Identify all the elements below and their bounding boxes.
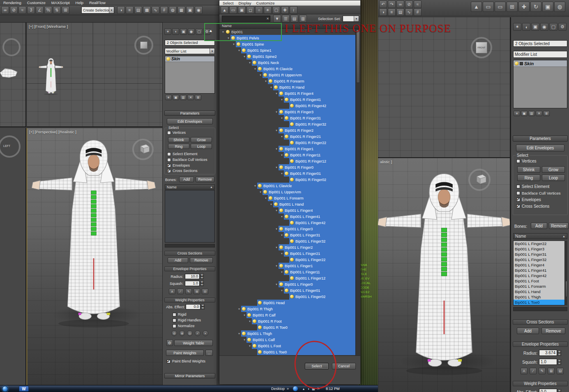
bone-tree-item[interactable]: ▼Bip001 L Finger3 [219,226,355,232]
add-cross-section-button[interactable]: Add [517,328,539,334]
bone-tree-item[interactable]: ▼Bip001 L Finger21 [219,250,355,257]
bake-weights-icon[interactable]: ✓ [195,330,200,336]
unlink-selection-icon[interactable]: ⊘ [405,0,413,8]
bone-tree-item[interactable]: ▼Bip001 L Foot [219,343,355,349]
falloff-icon[interactable]: ∕ [530,368,537,374]
expander-icon[interactable]: ▼ [280,234,284,236]
paste-icon[interactable]: ⊟ [202,289,208,294]
configure-sets-icon[interactable]: ≣ [195,95,201,100]
add-bones-button[interactable]: Add [179,177,194,182]
bone-tree-item[interactable]: ▼Bip001 R Finger31 [219,115,355,121]
viewport-front[interactable]: [+] [Front] [Wireframe ] [27,23,162,127]
tray-help-icon[interactable] [293,386,298,391]
bone-tree-item[interactable]: ▼Bip001 L Finger0 [219,281,355,287]
expander-icon[interactable]: ▼ [274,111,279,113]
spinner-arrows[interactable]: ▲▼ [557,389,561,392]
snap-toggle-3-icon[interactable]: 3 [27,6,35,14]
modifier-stack-item-skin[interactable]: Skin [514,60,567,67]
bone-list-item[interactable]: Bip001 L Finger31 [514,252,567,257]
expander-icon[interactable]: ▼ [280,172,284,175]
expander-icon[interactable]: ▼ [242,314,246,316]
bone-tree-item[interactable]: ▼Bip001 R Forearm [219,78,355,84]
expander-icon[interactable]: ▼ [274,129,279,132]
expander-icon[interactable]: ▼ [258,191,263,193]
bone-tree-item[interactable]: ▼Bip001 R Calf [219,312,355,318]
rollout-mirror-parameters[interactable]: Mirror Parameters [164,373,215,378]
bone-list-item[interactable]: Bip001 L Finger4 [514,262,567,268]
menu-item-select[interactable]: Select [223,1,233,5]
sort-ascending-icon[interactable]: ▲ [562,235,565,238]
mirror-icon[interactable]: ◑ [117,6,125,14]
window-crossing-icon[interactable]: ⊞ [507,2,518,12]
visibility-bulb-icon[interactable] [515,62,518,65]
expander-icon[interactable]: ▼ [237,49,241,52]
expander-icon[interactable]: ▼ [248,320,252,323]
bone-tree-item[interactable]: ▼Bip001 L Finger41 [219,213,355,220]
align-icon[interactable]: ≡ [388,8,396,16]
bone-tree-item[interactable]: ▼Bip001 L Calf [219,337,355,343]
filter-combinations-icon[interactable]: ▼ [273,15,281,23]
bone-tree-item[interactable]: ▼Bip001 L Clavicle [219,183,355,189]
schematic-view-icon[interactable]: # [160,6,168,14]
bone-tree-item[interactable]: ▼Bip001 R Finger01 [219,170,355,177]
bone-tree-item[interactable]: ▼Bip001 R Finger0 [219,164,355,170]
configure-sets-icon[interactable]: ≣ [543,111,550,116]
bone-tree-item[interactable]: ▼Bip001 R Finger41 [219,96,355,103]
character-model-front[interactable] [38,57,64,95]
bone-tree-item[interactable]: ▼Bip001 L Finger01 [219,287,355,293]
bind-to-space-warp-icon[interactable]: ≈ [18,6,26,14]
bone-tree-item[interactable]: ▼Bip001 L Thigh [219,330,355,337]
pencil-icon[interactable]: ✎ [185,289,192,294]
expander-icon[interactable]: ▼ [274,92,279,95]
motion-tab-icon[interactable]: ◉ [188,28,195,35]
loop-button[interactable]: Loop [191,144,212,149]
viewport-front-right[interactable]: FRONT [378,17,511,158]
cross-sections-checkbox[interactable] [516,204,520,208]
bone-list-item[interactable]: Bip001 L Finger42 [514,273,567,278]
expander-icon[interactable]: ▼ [274,148,279,150]
bone-list-item[interactable]: Bip001 L Hand [514,289,567,294]
copy-icon[interactable]: ⊞ [548,368,555,374]
abs-effect-value[interactable]: 0.0 [539,389,557,392]
bone-tree-item[interactable]: ▼Bip001 L Finger1 [219,263,355,269]
redo-icon[interactable]: ↷ [388,0,396,8]
vertices-checkbox[interactable] [167,131,171,135]
schematic-view-icon[interactable]: # [414,8,422,16]
expander-icon[interactable]: ▼ [264,197,268,199]
spinner-arrows[interactable]: ▲▼ [557,350,561,356]
list-scroll-strip[interactable] [165,244,215,248]
remove-bones-button[interactable]: Remove [549,222,569,229]
bone-tree-item[interactable]: ▼Bip001 Spine2 [219,53,355,60]
expander-icon[interactable]: ▼ [274,209,279,212]
show-end-result-icon[interactable]: ▣ [521,111,528,116]
tree-scrollbar[interactable] [355,29,360,355]
viewport-sliver-bottom[interactable]: LEFT [0,128,26,385]
toolbar-chevron[interactable]: » [287,387,289,391]
absolute-effect-icon[interactable]: A [521,368,528,374]
modify-tab-icon[interactable]: ◖ [172,28,179,35]
percent-snap-icon[interactable]: % [44,6,52,14]
grow-button[interactable]: Grow [542,166,565,173]
expander-icon[interactable]: ▼ [269,86,273,89]
utilities-tab-icon[interactable]: ⚙ [558,23,567,31]
weight-table-button[interactable]: Weight Table [174,340,213,346]
bone-tree-item[interactable]: ▼Bip001 R Finger1 [219,146,355,152]
add-cross-section-button[interactable]: Add [168,257,188,263]
viewcube[interactable] [472,171,489,188]
expander-icon[interactable]: ▼ [280,271,284,273]
chevron-down-icon[interactable]: ▼ [109,7,114,13]
viewport-perspective-right[interactable]: alistic ] [378,158,511,392]
loop-button[interactable]: Loop [542,174,565,181]
selection-set-dropdown[interactable]: ▼ [343,16,359,22]
vertices-checkbox[interactable] [516,159,520,163]
expander-icon[interactable]: ▼ [237,308,241,310]
hierarchy-tab-icon[interactable]: ▣ [531,23,539,31]
expander-icon[interactable]: ▼ [242,55,246,58]
modifier-list-dropdown[interactable]: Modifier List [513,51,567,58]
bone-tree-item[interactable]: ▼Bip001 L Finger4 [219,207,355,213]
expander-icon[interactable]: ▼ [280,99,284,101]
hand-mesh-object[interactable] [0,67,18,79]
expander-icon[interactable]: ▼ [280,117,284,119]
material-editor-icon[interactable]: ◍ [169,6,177,14]
normalize-checkbox[interactable] [173,324,176,328]
